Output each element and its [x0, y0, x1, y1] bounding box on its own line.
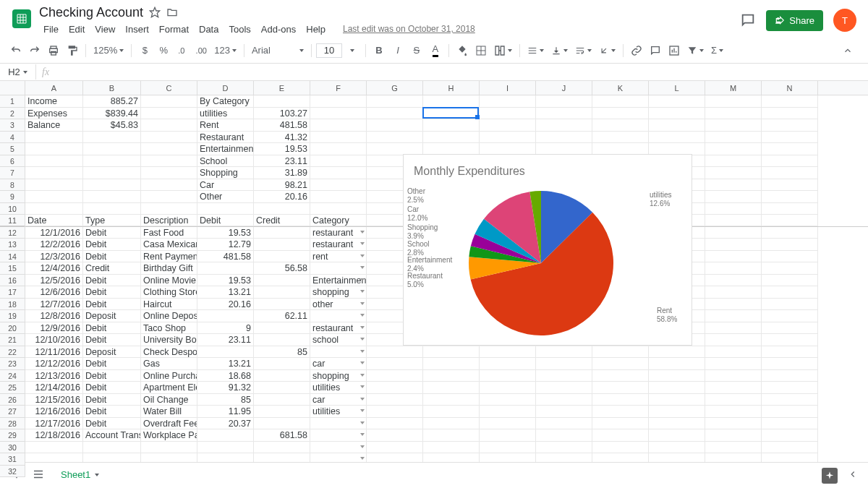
- cell[interactable]: utilities: [197, 108, 254, 120]
- cell[interactable]: [649, 95, 705, 108]
- cell[interactable]: [480, 382, 536, 394]
- cell[interactable]: [762, 442, 818, 454]
- cell[interactable]: [423, 406, 480, 418]
- font-size-input[interactable]: 10: [316, 43, 342, 58]
- cell[interactable]: Balance: [25, 119, 83, 132]
- cell[interactable]: [423, 119, 480, 132]
- cell[interactable]: [762, 262, 818, 275]
- cell[interactable]: [705, 227, 762, 239]
- cell[interactable]: 20.16: [254, 191, 310, 203]
- cell[interactable]: [141, 132, 197, 144]
- cell[interactable]: [705, 442, 762, 454]
- cell[interactable]: [480, 108, 536, 120]
- cell[interactable]: Deposit: [83, 310, 141, 322]
- row-header-11[interactable]: 11: [0, 215, 25, 227]
- row-header-3[interactable]: 3: [0, 119, 25, 132]
- cell[interactable]: [705, 215, 762, 226]
- cell[interactable]: [762, 179, 818, 192]
- cell[interactable]: [367, 95, 423, 108]
- cell[interactable]: [367, 370, 423, 382]
- row-header-24[interactable]: 24: [0, 370, 25, 382]
- cell[interactable]: [762, 358, 818, 370]
- row-header-12[interactable]: 12: [0, 227, 25, 239]
- cell[interactable]: rent: [310, 251, 367, 263]
- cell[interactable]: [762, 406, 818, 418]
- cell[interactable]: Oil Change: [141, 394, 197, 406]
- cell[interactable]: [705, 382, 762, 394]
- row-header-29[interactable]: 29: [0, 429, 25, 442]
- cell[interactable]: 12/1/2016: [25, 227, 83, 239]
- cell[interactable]: [762, 132, 818, 144]
- cell[interactable]: [705, 143, 762, 155]
- cell[interactable]: Overdraft Fees: [141, 418, 197, 430]
- cell[interactable]: [762, 429, 818, 442]
- cell[interactable]: 41.32: [254, 132, 310, 144]
- cell[interactable]: [480, 95, 536, 108]
- cell[interactable]: [536, 418, 592, 430]
- cell[interactable]: [367, 346, 423, 359]
- fill-color-icon[interactable]: [454, 41, 471, 60]
- cell[interactable]: Online Deposit: [141, 310, 197, 322]
- cell[interactable]: [367, 406, 423, 418]
- cell[interactable]: Online Movie Str: [141, 275, 197, 287]
- row-header-31[interactable]: 31: [0, 453, 25, 466]
- cell[interactable]: [705, 155, 762, 168]
- row-header-30[interactable]: 30: [0, 442, 25, 454]
- cell[interactable]: [310, 191, 367, 203]
- row-header-2[interactable]: 2: [0, 108, 25, 120]
- col-header-M[interactable]: M: [705, 81, 762, 95]
- row-header-28[interactable]: 28: [0, 418, 25, 430]
- cell[interactable]: Car: [197, 179, 254, 192]
- menu-view[interactable]: View: [90, 22, 119, 37]
- cell[interactable]: Category: [310, 215, 367, 226]
- cell[interactable]: [25, 167, 83, 179]
- col-header-A[interactable]: A: [25, 81, 83, 95]
- cell[interactable]: Other: [197, 191, 254, 203]
- cell[interactable]: [592, 429, 649, 442]
- link-icon[interactable]: [628, 41, 645, 60]
- all-sheets-icon[interactable]: [32, 468, 45, 480]
- row-header-18[interactable]: 18: [0, 299, 25, 311]
- cell[interactable]: [762, 108, 818, 120]
- move-icon[interactable]: [166, 7, 178, 18]
- cell[interactable]: [254, 239, 310, 251]
- share-button[interactable]: Share: [766, 10, 823, 31]
- cell[interactable]: utilities: [310, 406, 367, 418]
- row-header-9[interactable]: 9: [0, 191, 25, 203]
- cell[interactable]: [254, 358, 310, 370]
- cell[interactable]: $45.83: [83, 119, 141, 132]
- cell[interactable]: [141, 167, 197, 179]
- cell[interactable]: [141, 95, 197, 108]
- cell[interactable]: 12/2/2016: [25, 239, 83, 251]
- row-header-17[interactable]: 17: [0, 286, 25, 299]
- cell[interactable]: [480, 358, 536, 370]
- cell[interactable]: [25, 132, 83, 144]
- cell[interactable]: [705, 179, 762, 192]
- cell[interactable]: [310, 155, 367, 168]
- cell[interactable]: [197, 442, 254, 454]
- spreadsheet-grid[interactable]: ABCDEFGHIJKLMN 1234567891011121314151617…: [0, 81, 868, 480]
- cell[interactable]: Debit: [197, 215, 254, 226]
- cell[interactable]: [536, 358, 592, 370]
- cell[interactable]: [480, 429, 536, 442]
- cell[interactable]: [83, 132, 141, 144]
- cell[interactable]: [592, 108, 649, 120]
- cell[interactable]: [705, 346, 762, 359]
- cell[interactable]: [592, 394, 649, 406]
- cell[interactable]: [310, 143, 367, 155]
- cell[interactable]: 98.21: [254, 179, 310, 192]
- cell[interactable]: Debit: [83, 382, 141, 394]
- undo-icon[interactable]: [7, 41, 25, 60]
- cell[interactable]: [762, 203, 818, 215]
- cell[interactable]: 12.79: [197, 239, 254, 251]
- cell[interactable]: Clothing Store: [141, 286, 197, 299]
- cell[interactable]: Account Transfer: [83, 429, 141, 442]
- cell[interactable]: [310, 108, 367, 120]
- col-header-N[interactable]: N: [762, 81, 818, 95]
- cell[interactable]: [423, 442, 480, 454]
- cell[interactable]: [536, 406, 592, 418]
- cell[interactable]: [423, 108, 480, 120]
- cell[interactable]: Gas: [141, 358, 197, 370]
- col-header-G[interactable]: G: [367, 81, 423, 95]
- name-box[interactable]: H2: [0, 64, 36, 80]
